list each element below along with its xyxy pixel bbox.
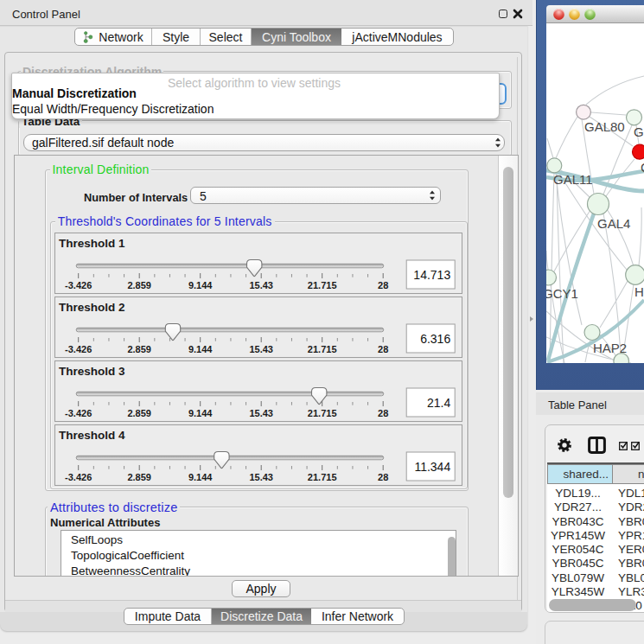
svg-text:Threshold 2: Threshold 2: [59, 300, 125, 313]
svg-text:2.859: 2.859: [127, 344, 151, 354]
svg-text:GAL11: GAL11: [553, 172, 593, 187]
svg-text:2.859: 2.859: [127, 280, 151, 290]
svg-text:15.43: 15.43: [249, 344, 273, 354]
svg-text:15.43: 15.43: [249, 280, 273, 290]
svg-text:GCY1: GCY1: [546, 286, 578, 301]
svg-text:21.715: 21.715: [308, 280, 337, 290]
svg-text:28: 28: [378, 344, 388, 354]
svg-text:G.: G.: [634, 124, 644, 139]
svg-text:21.715: 21.715: [308, 344, 337, 354]
svg-text:GAL80: GAL80: [584, 119, 625, 134]
svg-text:Threshold 4: Threshold 4: [59, 428, 125, 441]
svg-text:21.715: 21.715: [308, 472, 337, 482]
svg-text:Threshold 3: Threshold 3: [59, 364, 125, 377]
svg-text:11.344: 11.344: [414, 459, 450, 473]
svg-text:15.43: 15.43: [249, 408, 273, 418]
svg-text:-3.426: -3.426: [65, 472, 92, 482]
svg-text:9.144: 9.144: [188, 280, 213, 290]
svg-text:6.316: 6.316: [420, 331, 450, 345]
svg-text:14.713: 14.713: [413, 267, 450, 281]
svg-text:C: C: [641, 160, 644, 175]
svg-text:9.144: 9.144: [188, 472, 213, 482]
svg-text:21.4: 21.4: [427, 395, 450, 409]
svg-text:HAP2: HAP2: [593, 341, 627, 355]
svg-text:GAL4: GAL4: [597, 216, 630, 231]
svg-text:-3.426: -3.426: [65, 408, 92, 418]
svg-text:15.43: 15.43: [249, 472, 273, 482]
svg-text:Threshold 1: Threshold 1: [59, 236, 125, 249]
svg-text:H: H: [634, 284, 644, 299]
svg-text:2.859: 2.859: [127, 472, 151, 482]
svg-text:28: 28: [378, 280, 388, 290]
svg-text:2.859: 2.859: [127, 408, 151, 418]
svg-text:21.715: 21.715: [308, 408, 337, 418]
svg-text:9.144: 9.144: [188, 344, 213, 354]
svg-text:-3.426: -3.426: [65, 344, 92, 354]
svg-text:-3.426: -3.426: [65, 280, 92, 290]
svg-text:28: 28: [378, 472, 388, 482]
svg-text:28: 28: [378, 408, 388, 418]
svg-text:9.144: 9.144: [188, 408, 213, 418]
